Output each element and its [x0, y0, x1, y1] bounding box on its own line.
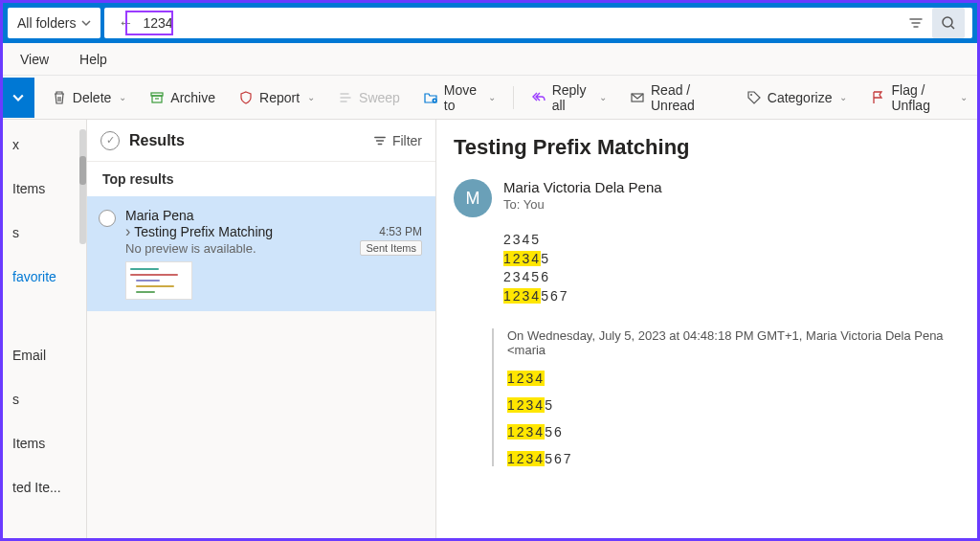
search-back-icon[interactable]: ←	[112, 14, 139, 32]
reading-subject: Testing Prefix Matching	[454, 135, 960, 160]
chevron-down-icon	[12, 92, 24, 103]
reply-body: 1234123451234561234567	[507, 371, 960, 466]
list-section-header: Top results	[87, 162, 435, 196]
from-name: Maria Victoria Dela Pena	[503, 179, 662, 195]
svg-point-5	[750, 94, 752, 96]
message-body: 234512345234561234567	[503, 231, 960, 305]
sweep-button: Sweep	[328, 82, 410, 113]
to-line: To: You	[503, 197, 662, 212]
reading-pane: Testing Prefix Matching M Maria Victoria…	[436, 120, 977, 538]
search-filter-button[interactable]	[900, 8, 932, 38]
toolbar: Delete ⌄ Archive Report ⌄ Sweep Move to …	[3, 76, 977, 120]
chevron-down-icon: ⌄	[960, 92, 968, 102]
message-item[interactable]: Maria Pena › Testing Prefix Matching 4:5…	[87, 196, 435, 311]
toolbar-main-dropdown[interactable]	[3, 78, 34, 118]
menu-help[interactable]: Help	[79, 52, 107, 67]
folder-item[interactable]: Items	[9, 428, 86, 459]
folder-scrollbar[interactable]	[79, 129, 86, 244]
message-thumbnail	[125, 261, 192, 300]
search-input[interactable]	[139, 15, 900, 31]
categorize-button[interactable]: Categorize ⌄	[737, 82, 858, 113]
filter-icon	[908, 15, 924, 31]
folder-item[interactable]: ted Ite...	[9, 472, 86, 503]
envelope-icon	[630, 90, 645, 105]
search-submit-button[interactable]	[932, 8, 965, 38]
reply-meta: On Wednesday, July 5, 2023 at 04:48:18 P…	[507, 328, 960, 357]
tag-icon	[746, 90, 762, 105]
menu-bar: View Help	[3, 43, 977, 76]
message-folder-badge: Sent Items	[360, 240, 422, 256]
archive-icon	[149, 90, 165, 105]
search-bar: All folders ←	[3, 3, 977, 43]
folder-pane: x Items s favorite Email s Items ted Ite…	[3, 120, 87, 538]
message-list: ✓ Results Filter Top results Maria Pena …	[87, 120, 436, 538]
message-time: 4:53 PM	[379, 225, 422, 238]
message-select-checkbox[interactable]	[99, 210, 116, 227]
message-sender: Maria Pena	[125, 208, 422, 223]
message-preview: No preview is available.	[125, 241, 360, 256]
archive-button[interactable]: Archive	[140, 82, 225, 113]
filter-icon	[373, 134, 387, 147]
filter-button[interactable]: Filter	[373, 133, 422, 148]
toolbar-separator	[513, 86, 514, 109]
chevron-down-icon: ⌄	[839, 92, 847, 102]
move-to-button[interactable]: Move to ⌄	[413, 82, 505, 113]
sweep-icon	[338, 90, 353, 105]
chevron-down-icon: ⌄	[307, 92, 315, 102]
report-button[interactable]: Report ⌄	[229, 82, 324, 113]
folder-scroll-thumb[interactable]	[79, 156, 86, 185]
svg-point-0	[943, 17, 952, 27]
trash-icon	[52, 90, 67, 105]
folder-item[interactable]: x	[9, 129, 86, 160]
folder-move-icon	[423, 90, 438, 105]
message-subject: Testing Prefix Matching	[134, 224, 375, 239]
search-scope-label: All folders	[17, 15, 76, 31]
chevron-down-icon	[81, 18, 91, 28]
reply-all-button[interactable]: Reply all ⌄	[522, 82, 616, 113]
chevron-down-icon: ⌄	[119, 92, 126, 102]
folder-item[interactable]: s	[9, 217, 86, 248]
flag-icon	[870, 90, 885, 105]
reply-all-icon	[531, 90, 546, 105]
folder-item[interactable]: Items	[9, 173, 86, 204]
list-title: Results	[129, 132, 364, 149]
folder-item[interactable]: Email	[9, 340, 86, 371]
flag-button[interactable]: Flag / Unflag ⌄	[860, 82, 977, 113]
folder-item[interactable]: s	[9, 384, 86, 415]
sent-arrow-icon: ›	[125, 223, 130, 240]
search-scope-dropdown[interactable]: All folders	[8, 8, 100, 38]
shield-icon	[238, 90, 254, 105]
delete-button[interactable]: Delete ⌄	[42, 82, 136, 113]
search-icon	[941, 15, 956, 31]
select-all-checkbox[interactable]: ✓	[100, 131, 120, 150]
chevron-down-icon: ⌄	[599, 92, 607, 102]
folder-item-favorite[interactable]: favorite	[9, 261, 86, 292]
quoted-reply: On Wednesday, July 5, 2023 at 04:48:18 P…	[492, 328, 960, 466]
chevron-down-icon: ⌄	[488, 92, 496, 102]
avatar: M	[454, 179, 492, 217]
read-unread-button[interactable]: Read / Unread	[620, 82, 733, 113]
menu-view[interactable]: View	[20, 52, 49, 67]
